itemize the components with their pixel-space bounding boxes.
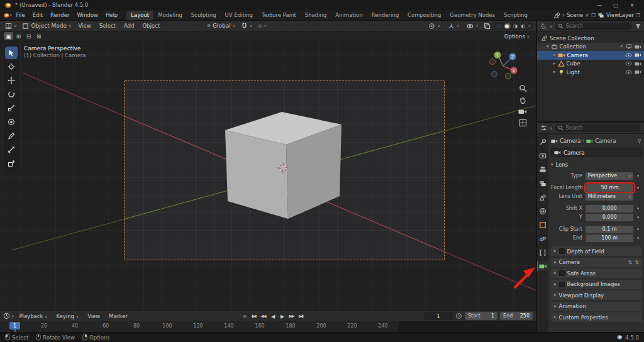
outliner-search-input[interactable] [565, 23, 629, 29]
outliner-row-cube[interactable]: ▸ Cube [537, 60, 644, 69]
workspace-tab-compositing[interactable]: Compositing [403, 11, 445, 20]
tool-transform[interactable] [5, 116, 18, 128]
clip-start-field[interactable]: 0.1 m [586, 226, 633, 233]
viewport-menu-select[interactable]: Select [96, 21, 119, 30]
camera-name-input[interactable] [564, 150, 639, 156]
workspace-tab-shading[interactable]: Shading [301, 11, 331, 20]
mode-selector[interactable]: Object Mode ∨ [19, 23, 74, 30]
tab-object[interactable] [537, 220, 548, 229]
tool-add-cube[interactable] [5, 157, 18, 170]
section-animation[interactable]: ▸ Animation [551, 302, 642, 311]
preset-arrows-icon[interactable]: ⇅ [628, 260, 633, 265]
filter-icon[interactable] [635, 23, 641, 30]
section-expand-icon[interactable]: ▸ [554, 304, 557, 309]
current-frame-field[interactable]: 1 [424, 312, 453, 320]
timeline-editor-icon[interactable] [3, 312, 10, 319]
animate-property-dot[interactable] [633, 228, 642, 230]
lens-unit-dropdown[interactable]: Millimeters ∨ [586, 193, 633, 201]
select-mode-extend-icon[interactable]: ⊞ [14, 32, 23, 40]
collection-expand-icon[interactable]: ▾ [547, 45, 549, 49]
menu-window[interactable]: Window [73, 11, 102, 19]
timeline-editor-caret-icon[interactable]: ∨ [11, 314, 14, 318]
scene-caret-icon[interactable]: ∨ [562, 13, 565, 17]
tab-scene[interactable] [537, 192, 548, 202]
tab-constraints[interactable] [537, 248, 548, 257]
workspace-tab-geometry-nodes[interactable]: Geometry Nodes [445, 11, 499, 20]
workspace-tab-sculpting[interactable]: Sculpting [187, 11, 221, 20]
animate-property-dot[interactable] [633, 237, 642, 239]
outliner-row-scene-collection[interactable]: Scene Collection [537, 34, 644, 43]
animate-property-dot[interactable] [633, 175, 642, 177]
zoom-icon[interactable] [519, 84, 527, 92]
render-visibility-icon[interactable] [635, 44, 641, 50]
breadcrumb-data[interactable]: Camera [595, 138, 616, 144]
tool-scale[interactable] [5, 102, 18, 114]
options-button[interactable]: Options ∨ [502, 33, 532, 40]
viewlayer-selector[interactable]: ViewLayer [606, 12, 634, 18]
eye-icon[interactable] [625, 61, 632, 66]
outliner-row-light[interactable]: ▸ Light [537, 68, 644, 77]
type-dropdown[interactable]: Perspective ∨ [586, 172, 633, 180]
menu-edit[interactable]: Edit [29, 11, 47, 19]
viewport-menu-view[interactable]: View [75, 21, 95, 30]
section-camera[interactable]: ▸ Camera ⇅ ⇅ [551, 258, 642, 267]
xray-toggle-icon[interactable] [484, 23, 491, 30]
animate-property-dot[interactable] [633, 216, 642, 218]
pin-icon[interactable] [636, 138, 642, 144]
tool-annotate[interactable] [5, 130, 18, 142]
breadcrumb-object[interactable]: Camera [560, 138, 580, 144]
tab-view-layer[interactable] [537, 179, 548, 188]
gizmos-toggle[interactable]: ∨ [445, 23, 462, 30]
maximize-button[interactable]: ▢ [608, 0, 624, 10]
focal-length-field[interactable]: 50 mm [586, 184, 634, 192]
lens-expand-icon[interactable]: ▾ [551, 163, 553, 167]
lens-section-header[interactable]: ▾ Lens [551, 160, 642, 169]
eye-icon[interactable] [625, 70, 632, 75]
menu-file[interactable]: File [12, 11, 28, 19]
tab-tool[interactable] [537, 137, 548, 146]
section-expand-icon[interactable]: ▸ [554, 315, 557, 319]
jump-start-button[interactable]: ▮◀ [250, 312, 258, 321]
cube-expand-icon[interactable]: ▸ [553, 62, 556, 66]
keying-menu[interactable]: Keying ∨ [52, 312, 82, 321]
workspace-tab-uv-editing[interactable]: UV Editing [221, 11, 257, 20]
snapping-toggle[interactable]: ∨ [238, 23, 255, 30]
select-mode-subtract-icon[interactable]: ⊟ [24, 32, 33, 40]
tool-cursor[interactable] [5, 60, 18, 73]
camera-expand-icon[interactable]: ▸ [553, 53, 556, 57]
tab-object-data-camera[interactable] [537, 262, 548, 271]
workspace-tab-scripting[interactable]: Scripting [499, 11, 532, 20]
tab-world[interactable] [537, 206, 548, 216]
section-depth-of-field[interactable]: ▸ Depth of Field [551, 246, 642, 256]
section-expand-icon[interactable]: ▸ [554, 282, 557, 287]
keying-clock-icon[interactable] [455, 312, 462, 319]
close-button[interactable]: ✕ [624, 0, 640, 10]
light-expand-icon[interactable]: ▸ [553, 70, 556, 74]
shading-solid-icon[interactable]: ● [504, 23, 511, 29]
outliner-row-collection[interactable]: ▾ Collection ✓ [537, 43, 644, 52]
section-background-images[interactable]: ▸ Background Images [551, 280, 642, 289]
timeline-ruler[interactable]: 20 40 60 80 100 120 140 160 180 200 220 … [0, 321, 536, 332]
properties-editor-caret-icon[interactable]: ∨ [550, 126, 552, 130]
timeline-view-menu[interactable]: View [84, 312, 104, 321]
playback-menu[interactable]: Playback ∨ [15, 312, 51, 321]
grid-ortho-icon[interactable] [519, 119, 527, 127]
tool-select-box[interactable] [5, 47, 18, 59]
scene-selector[interactable]: Scene [567, 12, 583, 18]
section-expand-icon[interactable]: ▸ [554, 271, 557, 275]
overlays-toggle[interactable]: ∨ [464, 23, 480, 30]
gizmo-z-neg[interactable] [492, 72, 497, 77]
prev-keyframe-button[interactable]: ◀◀ [259, 312, 267, 321]
jump-end-button[interactable]: ▶▮ [297, 312, 305, 321]
preset-arrows-icon[interactable]: ⇅ [635, 260, 639, 265]
camera-view-icon[interactable] [518, 108, 527, 115]
transform-orientation-selector[interactable]: ⊕ Global ∨ [204, 23, 238, 29]
properties-search[interactable] [555, 124, 641, 132]
minimize-button[interactable]: — [591, 0, 608, 10]
shading-wireframe-icon[interactable]: ◌ [496, 23, 502, 29]
viewport-canvas[interactable]: ▣ ⊞ ⊟ ⊠ Options ∨ Camera Perspective (1)… [0, 31, 536, 310]
shift-x-field[interactable]: 0.000 [586, 205, 633, 212]
tool-measure[interactable] [5, 143, 18, 156]
workspace-tab-modeling[interactable]: Modeling [153, 11, 187, 20]
animate-property-dot[interactable] [633, 187, 642, 189]
